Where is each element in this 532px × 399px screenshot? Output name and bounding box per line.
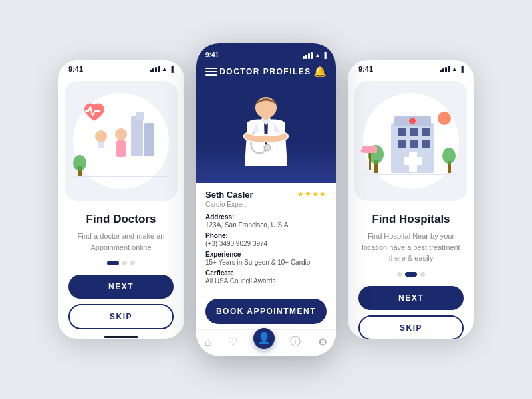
dot-3 xyxy=(130,261,135,265)
left-dots xyxy=(107,261,135,265)
svg-rect-21 xyxy=(398,140,406,148)
battery-icon: ▐ xyxy=(170,66,174,72)
phone-value: (+3) 3490 9029 3974 xyxy=(205,240,327,247)
phone-label: Phone: xyxy=(205,232,327,239)
center-phone: 9:41 ▲ ▐ xyxy=(196,43,336,356)
info-icon[interactable]: ⓘ xyxy=(289,334,302,350)
left-subtitle: Find a doctor and make an Appoinment onl… xyxy=(68,231,174,253)
doctor-hero xyxy=(196,83,336,183)
right-dots xyxy=(397,272,425,277)
left-text-area: Find Doctors Find a doctor and make an A… xyxy=(58,206,184,329)
svg-rect-3 xyxy=(136,112,144,120)
certificate-row: Cerficate All USA Council Awards xyxy=(205,269,327,285)
left-illustration xyxy=(65,81,178,201)
left-phone: 9:41 ▲ ▐ xyxy=(58,60,184,339)
doctor-info: Seth Casler ★★★★ Cardio Expert Address: … xyxy=(196,183,336,293)
address-value: 123A, San Francisco, U.S.A xyxy=(205,221,327,229)
svg-rect-6 xyxy=(98,142,104,148)
doctor-name-row: Seth Casler ★★★★ xyxy=(205,190,327,200)
svg-rect-23 xyxy=(422,140,430,148)
center-wifi-icon: ▲ xyxy=(315,52,321,59)
hamburger-menu[interactable] xyxy=(205,68,217,76)
doctor-stars: ★★★★ xyxy=(297,190,327,198)
right-text-area: Find Hospitals Find Hospital Near by you… xyxy=(348,206,474,339)
svg-rect-20 xyxy=(422,128,430,136)
right-dot-3 xyxy=(420,272,425,277)
svg-rect-8 xyxy=(116,140,126,157)
right-battery-icon: ▐ xyxy=(460,66,464,72)
center-status-icons: ▲ ▐ xyxy=(303,52,327,59)
wifi-icon: ▲ xyxy=(162,66,168,72)
doctors-illustration xyxy=(65,86,178,196)
settings-icon[interactable]: ⚙ xyxy=(317,334,329,350)
center-signal xyxy=(303,52,313,59)
center-header: 9:41 ▲ ▐ xyxy=(196,43,336,83)
svg-point-31 xyxy=(442,148,456,164)
experience-label: Experience xyxy=(205,251,327,258)
center-content: 9:41 ▲ ▐ xyxy=(196,43,336,356)
doctor-specialty: Cardio Expert xyxy=(205,201,327,208)
svg-rect-19 xyxy=(410,128,418,136)
right-subtitle: Find Hospital Near by your location have… xyxy=(358,231,464,264)
svg-rect-22 xyxy=(410,140,418,148)
left-title: Find Doctors xyxy=(86,213,156,226)
left-bottom-line xyxy=(104,336,138,338)
center-nav: DOCTOR PROFILES 🔔 xyxy=(205,63,327,83)
left-status-icons: ▲ ▐ xyxy=(150,66,174,72)
svg-point-14 xyxy=(264,144,271,151)
center-time: 9:41 xyxy=(205,51,219,59)
certificate-label: Cerficate xyxy=(205,269,327,277)
heart-nav-icon[interactable]: ♡ xyxy=(227,334,239,350)
address-label: Address: xyxy=(205,213,327,221)
center-status-bar: 9:41 ▲ ▐ xyxy=(205,49,327,63)
right-next-button[interactable]: NEXT xyxy=(358,286,464,310)
right-phone: 9:41 ▲ ▐ xyxy=(348,60,474,339)
svg-point-35 xyxy=(438,112,451,125)
signal-bars xyxy=(150,66,160,72)
bell-icon[interactable]: 🔔 xyxy=(313,65,327,78)
right-wifi-icon: ▲ xyxy=(452,66,458,72)
bottom-nav: ⌂ ♡ 👤 ⓘ ⚙ xyxy=(196,329,336,356)
svg-rect-18 xyxy=(398,128,406,136)
right-skip-button[interactable]: SKIP xyxy=(358,315,464,340)
svg-marker-34 xyxy=(360,150,362,153)
dot-1 xyxy=(107,261,119,265)
left-time: 9:41 xyxy=(68,65,83,73)
doctor-hero-illustration xyxy=(233,93,299,183)
doctor-name: Seth Casler xyxy=(205,190,253,200)
right-signal-bars xyxy=(440,66,450,72)
screen-container: 9:41 ▲ ▐ xyxy=(58,43,474,356)
doctor-nav-icon[interactable]: 👤 xyxy=(253,328,275,349)
right-illustration xyxy=(354,81,467,201)
svg-rect-27 xyxy=(410,118,415,124)
experience-row: Experience 15+ Years in Surgeon & 10+ Ca… xyxy=(205,251,327,266)
svg-rect-1 xyxy=(131,116,143,156)
experience-value: 15+ Years in Surgeon & 10+ Cardio xyxy=(205,259,327,266)
phone-row: Phone: (+3) 3490 9029 3974 xyxy=(205,232,327,247)
left-next-button[interactable]: NEXT xyxy=(68,275,174,299)
certificate-value: All USA Council Awards xyxy=(205,277,327,285)
home-icon[interactable]: ⌂ xyxy=(203,335,213,350)
book-appointment-button[interactable]: BOOK APPOINTMENT xyxy=(205,299,327,324)
center-battery-icon: ▐ xyxy=(323,52,327,59)
right-status-bar: 9:41 ▲ ▐ xyxy=(348,60,474,76)
address-row: Address: 123A, San Francisco, U.S.A xyxy=(205,213,327,229)
svg-rect-25 xyxy=(404,157,422,165)
right-dot-1 xyxy=(397,272,402,277)
dot-2 xyxy=(122,261,127,265)
right-title: Find Hospitals xyxy=(372,213,450,226)
hospital-illustration xyxy=(354,86,467,196)
svg-point-7 xyxy=(115,128,127,140)
svg-rect-2 xyxy=(144,123,154,156)
svg-point-4 xyxy=(95,130,107,142)
left-status-bar: 9:41 ▲ ▐ xyxy=(58,60,184,76)
left-skip-button[interactable]: SKIP xyxy=(68,304,174,329)
svg-point-10 xyxy=(73,155,86,171)
right-dot-2 xyxy=(405,272,417,277)
right-time: 9:41 xyxy=(358,65,373,73)
svg-rect-33 xyxy=(362,146,377,153)
header-title: DOCTOR PROFILES xyxy=(219,67,311,76)
right-status-icons: ▲ ▐ xyxy=(440,66,464,72)
